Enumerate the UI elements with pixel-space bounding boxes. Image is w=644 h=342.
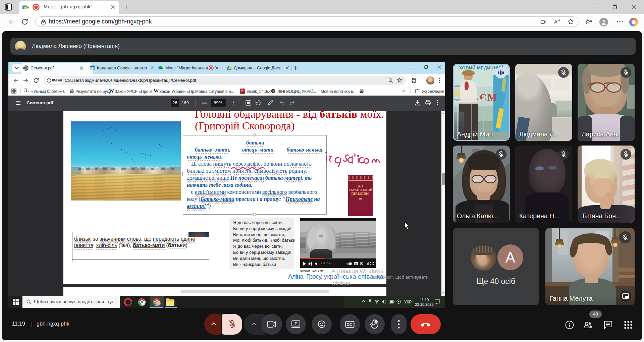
- svg-text:A: A: [554, 19, 557, 24]
- svg-text:CC: CC: [347, 323, 352, 327]
